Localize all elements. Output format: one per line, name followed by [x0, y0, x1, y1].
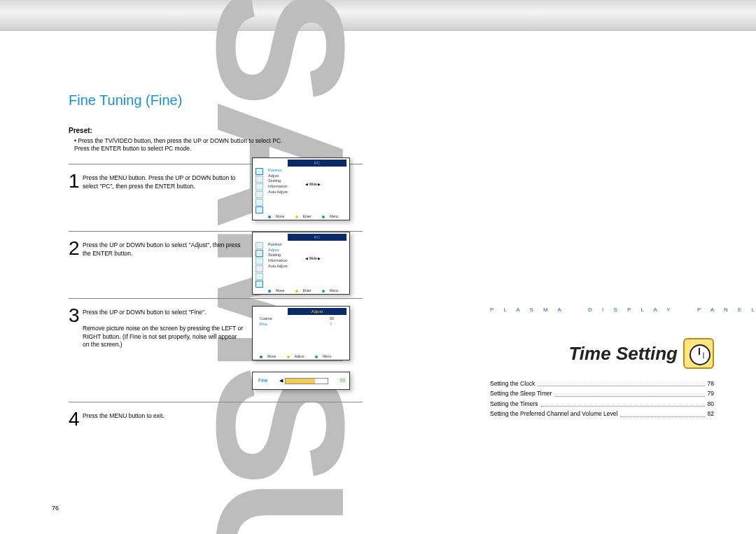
osd-side-icons [255, 242, 263, 288]
step-text: Press the MENU button to exit. [83, 409, 244, 429]
osd-screenshots-column: PC Position Adjust Scaling Information A… [252, 157, 364, 390]
osd-wide-label: ◀ Wide ▶ [305, 256, 321, 260]
step-number: 3 [69, 306, 83, 396]
osd-side-icons [255, 168, 263, 214]
page-number-left: 76 [52, 505, 59, 512]
osd-screen-2: PC Position Adjust Scaling Information A… [252, 232, 350, 295]
pdp-subtitle: P L A S M A D I S P L A Y P A N E L [490, 307, 714, 313]
right-page-content: P L A S M A D I S P L A Y P A N E L Time… [490, 307, 714, 419]
osd-fine-bar: Fine ◀ 53 [252, 372, 350, 390]
page-title: Fine Tuning (Fine) [69, 92, 363, 108]
osd-footer: Move Adjust Menu [260, 354, 341, 358]
preset-label: Preset: [69, 127, 363, 134]
chapter-heading-row: Time Setting [490, 338, 714, 369]
toc-item: Setting the Timers80 [490, 399, 714, 409]
step-text: Press the MENU button. Press the UP or D… [83, 171, 244, 225]
step-text: Press the UP or DOWN button to select "F… [83, 306, 244, 396]
step-4: 4 Press the MENU button to exit. [69, 402, 363, 435]
toc-item: Setting the Clock78 [490, 379, 714, 388]
osd-wide-label: ◀ Wide ▶ [305, 182, 321, 186]
step-number: 4 [69, 409, 83, 429]
toc-item: Setting the Preferred Channel and Volume… [490, 409, 714, 419]
osd-menu-list: Position Adjust Scaling Information Auto… [268, 168, 288, 195]
osd-title: Adjust [288, 308, 346, 315]
osd-title: PC [288, 160, 346, 167]
toc-list: Setting the Clock78 Setting the Sleep Ti… [490, 379, 714, 419]
preset-body: • Press the TV/VIDEO button, then press … [69, 137, 363, 153]
osd-menu-list: Position Adjust Scaling Information Auto… [268, 242, 288, 269]
step-text: Press the UP or DOWN button to select "A… [83, 239, 244, 293]
chapter-title: Time Setting [568, 343, 678, 365]
osd-screen-3: Adjust Coarse50 Fine7 Move Adjust Menu [252, 306, 350, 360]
progress-bar [285, 378, 328, 384]
osd-footer: Move Enter Menu [268, 214, 348, 218]
fine-label: Fine [258, 378, 268, 383]
clock-icon [683, 338, 714, 369]
step-number: 2 [69, 239, 83, 293]
step-number: 1 [69, 171, 83, 225]
osd-menu-list: Coarse50 Fine7 [260, 316, 272, 327]
left-arrow-icon: ◀ [279, 378, 283, 384]
osd-title: PC [288, 234, 346, 241]
toc-item: Setting the Sleep Timer79 [490, 388, 714, 398]
fine-value: 53 [340, 378, 345, 383]
osd-footer: Move Enter Menu [268, 288, 348, 293]
osd-screen-1: PC Position Adjust Scaling Information A… [252, 157, 350, 220]
